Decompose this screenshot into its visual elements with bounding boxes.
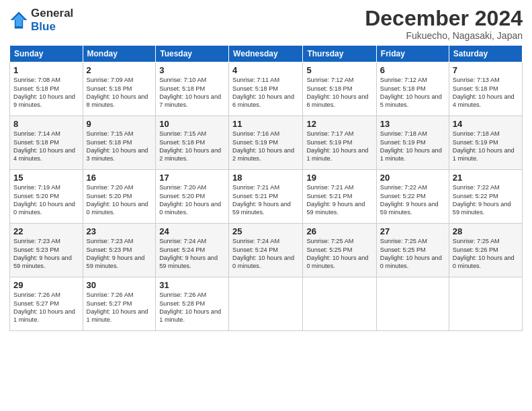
day-info: Sunrise: 7:17 AMSunset: 5:19 PMDaylight:…	[306, 130, 372, 163]
day-info: Sunrise: 7:15 AMSunset: 5:18 PMDaylight:…	[159, 130, 225, 163]
calendar-cell: 29 Sunrise: 7:26 AMSunset: 5:27 PMDaylig…	[10, 277, 83, 331]
logo-text: General Blue	[31, 7, 73, 33]
day-number: 2	[87, 65, 152, 75]
day-number: 6	[380, 65, 445, 75]
day-number: 26	[306, 226, 372, 236]
day-number: 24	[159, 226, 225, 236]
calendar-header-row: Sunday Monday Tuesday Wednesday Thursday…	[10, 46, 523, 62]
day-number: 27	[380, 226, 445, 236]
day-info: Sunrise: 7:25 AMSunset: 5:26 PMDaylight:…	[453, 237, 519, 271]
calendar-cell: 22 Sunrise: 7:23 AMSunset: 5:23 PMDaylig…	[10, 224, 83, 277]
day-info: Sunrise: 7:18 AMSunset: 5:19 PMDaylight:…	[380, 130, 445, 163]
col-friday: Friday	[376, 46, 449, 62]
day-number: 11	[232, 119, 299, 129]
day-info: Sunrise: 7:13 AMSunset: 5:18 PMDaylight:…	[453, 76, 519, 109]
calendar-table: Sunday Monday Tuesday Wednesday Thursday…	[9, 45, 523, 331]
day-number: 17	[159, 173, 225, 183]
calendar-cell: 5 Sunrise: 7:12 AMSunset: 5:18 PMDayligh…	[303, 62, 376, 116]
calendar-cell: 8 Sunrise: 7:14 AMSunset: 5:18 PMDayligh…	[10, 116, 83, 170]
day-number: 8	[13, 119, 79, 129]
day-info: Sunrise: 7:26 AMSunset: 5:28 PMDaylight:…	[159, 291, 225, 324]
main-title: December 2024	[365, 7, 523, 30]
day-number: 3	[159, 65, 225, 75]
day-info: Sunrise: 7:26 AMSunset: 5:27 PMDaylight:…	[13, 291, 79, 324]
svg-marker-1	[13, 13, 26, 26]
day-number: 9	[87, 119, 152, 129]
day-info: Sunrise: 7:10 AMSunset: 5:18 PMDaylight:…	[159, 76, 225, 109]
calendar-cell	[303, 277, 376, 331]
calendar-week-row: 8 Sunrise: 7:14 AMSunset: 5:18 PMDayligh…	[10, 116, 523, 170]
calendar-cell: 10 Sunrise: 7:15 AMSunset: 5:18 PMDaylig…	[156, 116, 229, 170]
calendar-cell: 15 Sunrise: 7:19 AMSunset: 5:20 PMDaylig…	[10, 170, 83, 224]
calendar-cell: 6 Sunrise: 7:12 AMSunset: 5:18 PMDayligh…	[376, 62, 449, 116]
calendar-cell: 20 Sunrise: 7:22 AMSunset: 5:22 PMDaylig…	[376, 170, 449, 224]
day-number: 18	[232, 173, 299, 183]
day-info: Sunrise: 7:24 AMSunset: 5:24 PMDaylight:…	[159, 237, 225, 271]
day-number: 15	[13, 173, 79, 183]
calendar-cell: 27 Sunrise: 7:25 AMSunset: 5:25 PMDaylig…	[376, 224, 449, 277]
day-number: 31	[159, 280, 225, 290]
calendar-cell	[449, 277, 522, 331]
calendar-cell: 17 Sunrise: 7:20 AMSunset: 5:20 PMDaylig…	[156, 170, 229, 224]
calendar-cell: 4 Sunrise: 7:11 AMSunset: 5:18 PMDayligh…	[229, 62, 303, 116]
day-number: 21	[453, 173, 519, 183]
calendar-cell: 18 Sunrise: 7:21 AMSunset: 5:21 PMDaylig…	[229, 170, 303, 224]
header: General Blue December 2024 Fukuecho, Nag…	[9, 7, 523, 41]
day-info: Sunrise: 7:12 AMSunset: 5:18 PMDaylight:…	[380, 76, 445, 109]
day-info: Sunrise: 7:15 AMSunset: 5:18 PMDaylight:…	[87, 130, 152, 163]
day-info: Sunrise: 7:25 AMSunset: 5:25 PMDaylight:…	[380, 237, 445, 271]
day-number: 20	[380, 173, 445, 183]
col-tuesday: Tuesday	[156, 46, 229, 62]
calendar-cell: 9 Sunrise: 7:15 AMSunset: 5:18 PMDayligh…	[83, 116, 156, 170]
calendar-cell: 21 Sunrise: 7:22 AMSunset: 5:22 PMDaylig…	[449, 170, 522, 224]
title-block: December 2024 Fukuecho, Nagasaki, Japan	[365, 7, 523, 41]
day-info: Sunrise: 7:23 AMSunset: 5:23 PMDaylight:…	[13, 237, 79, 271]
calendar-cell: 24 Sunrise: 7:24 AMSunset: 5:24 PMDaylig…	[156, 224, 229, 277]
day-number: 7	[453, 65, 519, 75]
day-number: 5	[306, 65, 372, 75]
day-number: 14	[453, 119, 519, 129]
calendar-cell: 23 Sunrise: 7:23 AMSunset: 5:23 PMDaylig…	[83, 224, 156, 277]
calendar-cell: 14 Sunrise: 7:18 AMSunset: 5:19 PMDaylig…	[449, 116, 522, 170]
calendar-cell: 1 Sunrise: 7:08 AMSunset: 5:18 PMDayligh…	[10, 62, 83, 116]
calendar-cell	[229, 277, 303, 331]
calendar-cell: 28 Sunrise: 7:25 AMSunset: 5:26 PMDaylig…	[449, 224, 522, 277]
day-info: Sunrise: 7:24 AMSunset: 5:24 PMDaylight:…	[232, 237, 299, 271]
calendar-cell: 12 Sunrise: 7:17 AMSunset: 5:19 PMDaylig…	[303, 116, 376, 170]
calendar-cell: 26 Sunrise: 7:25 AMSunset: 5:25 PMDaylig…	[303, 224, 376, 277]
calendar-cell: 19 Sunrise: 7:21 AMSunset: 5:21 PMDaylig…	[303, 170, 376, 224]
day-number: 16	[87, 173, 152, 183]
calendar-cell: 31 Sunrise: 7:26 AMSunset: 5:28 PMDaylig…	[156, 277, 229, 331]
day-info: Sunrise: 7:08 AMSunset: 5:18 PMDaylight:…	[13, 76, 79, 109]
day-info: Sunrise: 7:12 AMSunset: 5:18 PMDaylight:…	[306, 76, 372, 109]
day-info: Sunrise: 7:26 AMSunset: 5:27 PMDaylight:…	[87, 291, 152, 324]
day-info: Sunrise: 7:16 AMSunset: 5:19 PMDaylight:…	[232, 130, 299, 163]
day-info: Sunrise: 7:22 AMSunset: 5:22 PMDaylight:…	[453, 183, 519, 217]
day-info: Sunrise: 7:21 AMSunset: 5:21 PMDaylight:…	[232, 183, 299, 217]
day-number: 23	[87, 226, 152, 236]
day-number: 28	[453, 226, 519, 236]
calendar-cell	[376, 277, 449, 331]
day-number: 13	[380, 119, 445, 129]
subtitle: Fukuecho, Nagasaki, Japan	[365, 30, 523, 41]
day-info: Sunrise: 7:20 AMSunset: 5:20 PMDaylight:…	[87, 183, 152, 217]
logo-icon	[9, 11, 28, 30]
calendar-cell: 25 Sunrise: 7:24 AMSunset: 5:24 PMDaylig…	[229, 224, 303, 277]
day-number: 12	[306, 119, 372, 129]
day-number: 1	[13, 65, 79, 75]
col-monday: Monday	[83, 46, 156, 62]
day-info: Sunrise: 7:14 AMSunset: 5:18 PMDaylight:…	[13, 130, 79, 163]
calendar-week-row: 15 Sunrise: 7:19 AMSunset: 5:20 PMDaylig…	[10, 170, 523, 224]
calendar-cell: 3 Sunrise: 7:10 AMSunset: 5:18 PMDayligh…	[156, 62, 229, 116]
day-info: Sunrise: 7:22 AMSunset: 5:22 PMDaylight:…	[380, 183, 445, 217]
logo: General Blue	[9, 7, 73, 33]
page-container: General Blue December 2024 Fukuecho, Nag…	[0, 0, 532, 336]
col-sunday: Sunday	[10, 46, 83, 62]
calendar-week-row: 22 Sunrise: 7:23 AMSunset: 5:23 PMDaylig…	[10, 224, 523, 277]
day-info: Sunrise: 7:11 AMSunset: 5:18 PMDaylight:…	[232, 76, 299, 109]
day-number: 19	[306, 173, 372, 183]
day-number: 29	[13, 280, 79, 290]
day-number: 22	[13, 226, 79, 236]
day-info: Sunrise: 7:20 AMSunset: 5:20 PMDaylight:…	[159, 183, 225, 217]
calendar-cell: 11 Sunrise: 7:16 AMSunset: 5:19 PMDaylig…	[229, 116, 303, 170]
